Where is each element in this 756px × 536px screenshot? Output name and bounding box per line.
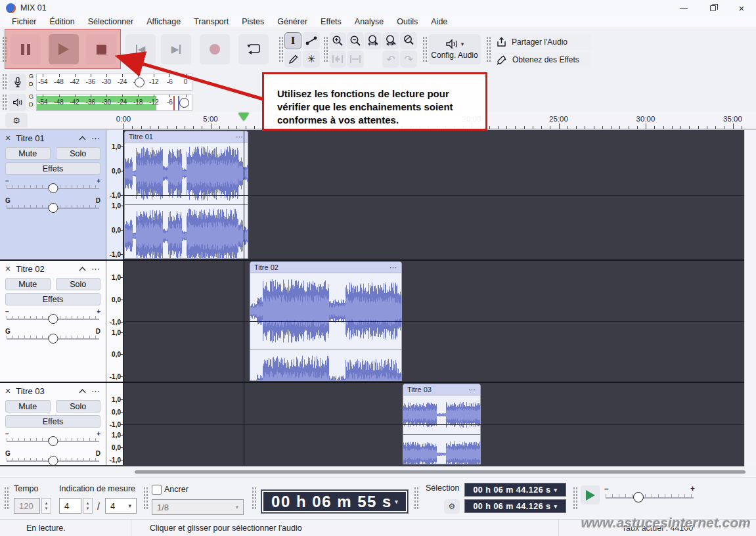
minimize-button[interactable]: — xyxy=(669,0,698,16)
playback-meter[interactable]: GD -54-48-42-36-30-24-18-12-60 xyxy=(0,93,276,112)
menu-outils[interactable]: Outils xyxy=(390,17,424,26)
effects-button[interactable]: Effets xyxy=(5,293,100,305)
close-button[interactable]: × xyxy=(727,0,756,16)
envelope-tool-button[interactable] xyxy=(303,32,320,49)
playback-meter-body[interactable]: -54-48-42-36-30-24-18-12-60 xyxy=(36,94,192,111)
skip-to-end-button[interactable]: ▶ xyxy=(161,34,191,64)
gain-slider[interactable]: –+ xyxy=(5,432,100,447)
toolbar-grip[interactable] xyxy=(422,36,427,62)
record-meter-button[interactable] xyxy=(9,74,26,91)
vertical-scrollbar[interactable] xyxy=(744,130,756,466)
clip-menu-icon[interactable]: ⋯ xyxy=(389,263,397,272)
audio-position-display[interactable]: 00 h 06 m 55 s ▾ xyxy=(261,489,409,514)
solo-button[interactable]: Solo xyxy=(56,147,101,160)
effects-button[interactable]: Effets xyxy=(5,162,100,175)
horizontal-scrollbar[interactable] xyxy=(0,466,756,477)
share-audio-button[interactable]: Partager l'Audio xyxy=(491,34,591,50)
record-meter-body[interactable]: -54-48-42-36-30-24-18-12-60 xyxy=(36,74,192,91)
close-track-icon[interactable]: × xyxy=(5,263,11,274)
close-track-icon[interactable]: × xyxy=(5,133,11,143)
menu-affichage[interactable]: Affichage xyxy=(140,17,187,26)
gain-slider[interactable]: –+ xyxy=(5,309,100,325)
track-waveform-area[interactable]: Titre 02⋯ xyxy=(123,261,744,382)
mute-button[interactable]: Mute xyxy=(5,278,51,290)
pan-slider[interactable]: GD xyxy=(5,451,100,465)
track-waveform-area[interactable]: Titre 03⋯ xyxy=(123,383,744,465)
pan-slider-thumb[interactable] xyxy=(48,456,58,465)
toolbar-grip[interactable] xyxy=(323,36,328,62)
snap-checkbox[interactable] xyxy=(152,485,162,495)
playhead-marker[interactable] xyxy=(238,113,249,121)
horizontal-scrollbar-thumb[interactable] xyxy=(135,470,745,474)
silence-audio-button[interactable] xyxy=(347,51,364,68)
collapse-track-icon[interactable] xyxy=(79,136,86,141)
toolbar-grip[interactable] xyxy=(278,36,283,62)
vertical-ruler[interactable]: 1,00,0-1,01,00,0-1,0 xyxy=(106,130,123,259)
menu-analyse[interactable]: Analyse xyxy=(348,17,390,26)
playback-volume-slider[interactable] xyxy=(179,98,189,108)
selection-start-field[interactable]: 00 h 06 m 44.126 s▾ xyxy=(464,483,566,497)
pan-slider[interactable]: GD xyxy=(5,329,100,345)
track-title[interactable]: Titre 03 xyxy=(16,386,79,396)
zoom-out-button[interactable] xyxy=(347,32,364,49)
get-effects-button[interactable]: Obtenez des Effets xyxy=(491,52,591,68)
redo-button[interactable]: ↷ xyxy=(400,51,417,68)
toolbar-grip[interactable] xyxy=(2,74,7,91)
record-volume-slider[interactable] xyxy=(135,78,145,87)
menu-fichier[interactable]: Fichier xyxy=(5,17,43,26)
time-signature-spinner[interactable]: ▲▼ xyxy=(83,498,93,514)
gain-slider[interactable]: –+ xyxy=(5,179,100,194)
clip-menu-icon[interactable]: ⋯ xyxy=(468,386,476,394)
track-menu-icon[interactable]: ⋯ xyxy=(91,133,100,143)
snap-select[interactable]: 1/8▾ xyxy=(152,499,244,515)
collapse-track-icon[interactable] xyxy=(79,267,86,271)
timeline-options-button[interactable]: ⚙ xyxy=(5,113,28,127)
speed-slider-thumb[interactable] xyxy=(633,492,644,502)
recording-meter[interactable]: GD -54-48-42-36-30-24-18-12-60 xyxy=(0,72,276,92)
selection-tool-button[interactable]: I xyxy=(284,32,301,49)
menu-edition[interactable]: Édition xyxy=(43,17,81,26)
record-button[interactable] xyxy=(200,34,230,64)
toolbar-grip[interactable] xyxy=(486,36,491,62)
audio-setup-button[interactable]: ▾ Config. Audio xyxy=(428,34,481,64)
skip-to-start-button[interactable]: ◀ xyxy=(125,34,156,64)
clip-title[interactable]: Titre 03 xyxy=(407,386,432,393)
playback-speed-slider[interactable]: – + xyxy=(604,484,695,504)
gain-slider-thumb[interactable] xyxy=(48,436,58,446)
loop-button[interactable] xyxy=(238,34,269,64)
track-waveform-area[interactable]: Titre 01⋯ xyxy=(123,130,744,259)
tempo-input[interactable]: 120 xyxy=(14,498,40,514)
toolbar-grip[interactable] xyxy=(4,487,9,510)
restore-button[interactable] xyxy=(698,0,727,16)
draw-tool-button[interactable] xyxy=(284,51,301,68)
gain-slider-thumb[interactable] xyxy=(48,183,58,193)
zoom-toggle-button[interactable] xyxy=(400,32,417,49)
zoom-selection-button[interactable] xyxy=(365,32,382,49)
play-at-speed-button[interactable] xyxy=(581,485,600,504)
menu-generer[interactable]: Générer xyxy=(271,17,314,26)
pan-slider[interactable]: GD xyxy=(5,198,100,214)
playback-meter-button[interactable] xyxy=(9,94,26,111)
pan-slider-thumb[interactable] xyxy=(48,203,58,213)
close-track-icon[interactable]: × xyxy=(5,386,11,396)
toolbar-grip[interactable] xyxy=(252,487,256,510)
selection-end-field[interactable]: 00 h 06 m 44.126 s▾ xyxy=(464,499,566,513)
trim-audio-button[interactable] xyxy=(329,51,346,68)
menu-aide[interactable]: Aide xyxy=(424,17,454,26)
menu-pistes[interactable]: Pistes xyxy=(235,17,271,26)
vertical-ruler[interactable]: 1,00,0-1,01,00,0-1,0 xyxy=(106,383,123,465)
solo-button[interactable]: Solo xyxy=(56,278,101,290)
effects-button[interactable]: Effets xyxy=(5,415,100,428)
multi-tool-button[interactable]: ✳ xyxy=(303,51,320,68)
pan-slider-thumb[interactable] xyxy=(48,334,58,344)
menu-transport[interactable]: Transport xyxy=(187,17,235,26)
time-signature-lower-select[interactable]: 4▾ xyxy=(105,498,137,514)
solo-button[interactable]: Solo xyxy=(56,400,101,413)
track-menu-icon[interactable]: ⋯ xyxy=(91,386,100,396)
tempo-spinner[interactable]: ▲▼ xyxy=(41,498,51,514)
track-menu-icon[interactable]: ⋯ xyxy=(91,264,100,274)
menu-selectionner[interactable]: Sélectionner xyxy=(81,17,141,26)
toolbar-grip[interactable] xyxy=(143,487,148,510)
undo-button[interactable]: ↶ xyxy=(382,51,399,68)
toolbar-grip[interactable] xyxy=(414,487,418,510)
